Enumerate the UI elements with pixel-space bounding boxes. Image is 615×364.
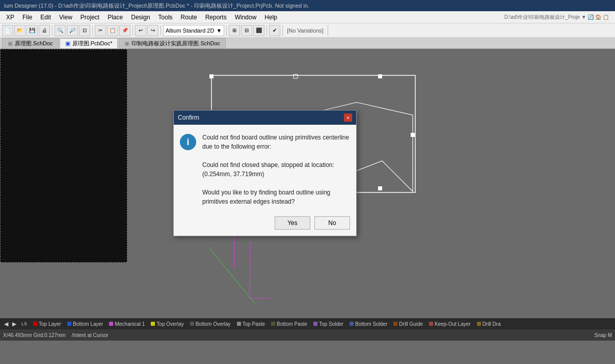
tabs-bar: ▣ 原理图.SchDoc ▣ 原理图.PcbDoc* ▣ 印制电路板设计实践原理… bbox=[0, 38, 615, 49]
tb-3d[interactable]: ⬛ bbox=[253, 25, 264, 36]
view-dropdown-label: Altium Standard 2D bbox=[166, 27, 214, 34]
menu-help[interactable]: Help bbox=[260, 13, 281, 22]
dialog-line3: Would you like to try finding board outl… bbox=[202, 188, 350, 206]
dialog-no-button[interactable]: No bbox=[314, 216, 350, 230]
tab-prj-schematic-label: 印制电路板设计实践原理图.SchDoc bbox=[131, 40, 220, 47]
tb-save[interactable]: 💾 bbox=[26, 25, 38, 36]
dialog-content: Could not find board outline using primi… bbox=[202, 133, 350, 206]
tb-new[interactable]: 📄 bbox=[2, 25, 13, 36]
tb-net[interactable]: ⊟ bbox=[241, 25, 252, 36]
title-text: ium Designer (17.0) - D:\ad\作业\印刷电路板设计_P… bbox=[4, 2, 309, 10]
tb-grid[interactable]: ⊞ bbox=[229, 25, 240, 36]
tb-undo[interactable]: ↩ bbox=[135, 25, 146, 36]
dialog-line1: Could not find board outline using primi… bbox=[202, 133, 350, 151]
dialog-info-icon: i bbox=[180, 134, 196, 150]
title-bar: ium Designer (17.0) - D:\ad\作业\印刷电路板设计_P… bbox=[0, 0, 615, 11]
tb-sep-1 bbox=[52, 25, 52, 36]
tab-pcb[interactable]: ▣ 原理图.PcbDoc* bbox=[60, 38, 118, 48]
dialog-title-text: Confirm bbox=[178, 114, 199, 121]
tb-sep-5 bbox=[226, 25, 227, 36]
tab-schematic[interactable]: ▣ 原理图.SchDoc bbox=[2, 38, 59, 48]
tb-sep-8 bbox=[328, 25, 328, 36]
tb-sep-6 bbox=[266, 25, 267, 36]
no-variations-label: [No Variations] bbox=[285, 27, 325, 34]
canvas-area: Confirm × i Could not find board outline… bbox=[0, 49, 615, 341]
menu-place[interactable]: Place bbox=[103, 13, 127, 22]
view-dropdown[interactable]: Altium Standard 2D ▼ bbox=[163, 25, 224, 36]
tb-zoom-out[interactable]: 🔎 bbox=[67, 25, 78, 36]
tb-sep-7 bbox=[282, 25, 283, 36]
menu-tools[interactable]: Tools bbox=[154, 13, 177, 22]
tb-redo[interactable]: ↪ bbox=[147, 25, 158, 36]
tb-sep-2 bbox=[92, 25, 93, 36]
tb-open[interactable]: 📂 bbox=[14, 25, 25, 36]
menu-route[interactable]: Route bbox=[177, 13, 201, 22]
path-display: D:\ad\作业\印刷电路板设计_Proje ▼ 🔄 🏠 📋 bbox=[504, 14, 613, 21]
tb-sep-3 bbox=[132, 25, 133, 36]
tb-cut[interactable]: ✂ bbox=[95, 25, 106, 36]
toolbar: 📄 📂 💾 🖨 🔍 🔎 ⊡ ✂ 📋 📌 ↩ ↪ Altium Standard … bbox=[0, 23, 615, 38]
dialog-close-button[interactable]: × bbox=[344, 114, 352, 122]
tab-prj-schematic[interactable]: ▣ 印制电路板设计实践原理图.SchDoc bbox=[119, 38, 226, 48]
tb-paste[interactable]: 📌 bbox=[119, 25, 130, 36]
tab-pcb-label: 原理图.PcbDoc* bbox=[72, 40, 113, 47]
menu-xp[interactable]: XP bbox=[2, 13, 18, 22]
dialog-footer: Yes No bbox=[174, 212, 356, 236]
tab-schematic-label: 原理图.SchDoc bbox=[15, 40, 53, 47]
tb-zoom-fit[interactable]: ⊡ bbox=[79, 25, 90, 36]
dialog-body: i Could not find board outline using pri… bbox=[174, 125, 356, 212]
tb-zoom-in[interactable]: 🔍 bbox=[55, 25, 66, 36]
menu-edit[interactable]: Edit bbox=[36, 13, 55, 22]
dialog-yes-button[interactable]: Yes bbox=[275, 216, 310, 230]
dropdown-arrow-icon: ▼ bbox=[216, 27, 222, 34]
tb-copy[interactable]: 📋 bbox=[107, 25, 118, 36]
menu-window[interactable]: Window bbox=[231, 13, 261, 22]
dialog-titlebar: Confirm × bbox=[174, 110, 356, 125]
tb-drc[interactable]: ✔ bbox=[269, 25, 280, 36]
tb-print[interactable]: 🖨 bbox=[39, 25, 50, 36]
tb-sep-4 bbox=[161, 25, 161, 36]
confirm-dialog: Confirm × i Could not find board outline… bbox=[173, 110, 357, 236]
menu-file[interactable]: File bbox=[18, 13, 36, 22]
dialog-overlay: Confirm × i Could not find board outline… bbox=[0, 49, 615, 341]
menu-bar: XP File Edit View Project Place Design T… bbox=[0, 11, 615, 23]
menu-project[interactable]: Project bbox=[76, 13, 103, 22]
menu-design[interactable]: Design bbox=[127, 13, 154, 22]
dialog-line2: Could not find closed shape, stopped at … bbox=[202, 160, 350, 179]
menu-reports[interactable]: Reports bbox=[201, 13, 231, 22]
menu-view[interactable]: View bbox=[55, 13, 76, 22]
